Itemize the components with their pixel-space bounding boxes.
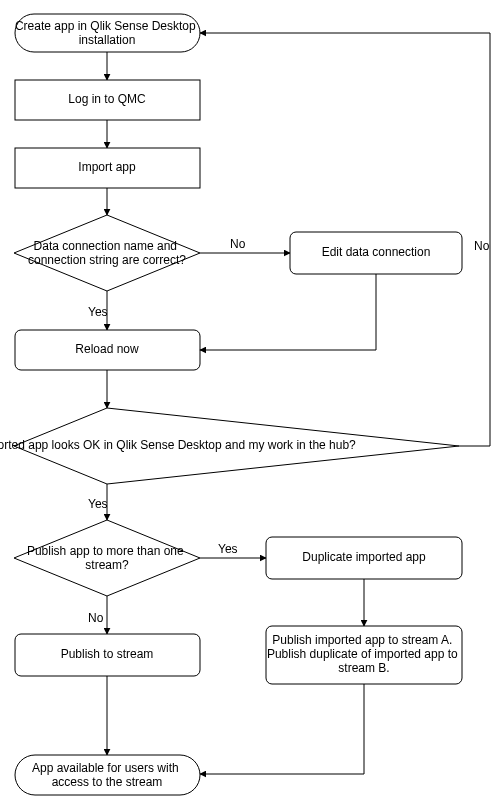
node-duplicate-label: Duplicate imported app — [302, 550, 426, 564]
node-looks-ok-label: The imported app looks OK in Qlik Sense … — [0, 438, 356, 452]
node-edit-conn-label: Edit data connection — [322, 245, 431, 259]
edge-edit-reload — [200, 274, 376, 350]
node-login-label: Log in to QMC — [68, 92, 146, 106]
node-publish-one-label: Publish to stream — [61, 647, 154, 661]
edge-looks-no-label: No — [474, 239, 490, 253]
edge-check-no-label: No — [230, 237, 246, 251]
edge-more-no-label: No — [88, 611, 104, 625]
edge-looks-yes-label: Yes — [88, 497, 108, 511]
node-reload-label: Reload now — [75, 342, 139, 356]
edge-pub2-avail — [200, 684, 364, 774]
node-import-label: Import app — [78, 160, 136, 174]
edge-more-yes-label: Yes — [218, 542, 238, 556]
edge-check-yes-label: Yes — [88, 305, 108, 319]
node-check-conn-label: Data connection name and connection stri… — [28, 239, 186, 267]
flowchart: Create app in Qlik Sense Desktop install… — [0, 0, 500, 812]
node-available-label: App available for users with access to t… — [32, 761, 182, 789]
